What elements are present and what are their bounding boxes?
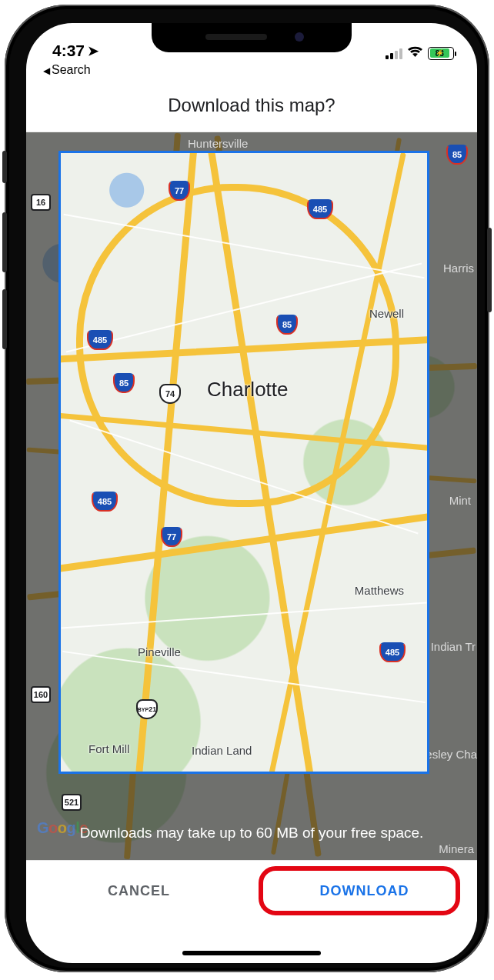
- wifi-icon: [407, 46, 423, 60]
- route-160-shield: 160: [31, 686, 51, 703]
- byp-21-shield: BYP21: [136, 699, 158, 719]
- map-label-mint: Mint: [449, 494, 471, 507]
- map-label-huntersville: Huntersville: [188, 137, 248, 150]
- phone-frame: 4:37 ➤ 88 ⚡ ◀Search: [5, 5, 489, 972]
- map-label-pineville: Pineville: [138, 645, 181, 658]
- map-viewport[interactable]: Huntersville Harris Mint Indian Tr Wesle…: [26, 132, 477, 860]
- download-size-hint: Downloads may take up to 60 MB of your f…: [26, 823, 477, 843]
- interstate-485-shield-w: 485: [87, 330, 113, 350]
- map-label-matthews: Matthews: [355, 584, 404, 597]
- interstate-485-shield-n: 485: [307, 199, 333, 219]
- screen: 4:37 ➤ 88 ⚡ ◀Search: [26, 23, 477, 963]
- interstate-485-shield-sw: 485: [92, 492, 118, 512]
- cancel-button[interactable]: CANCEL: [26, 861, 252, 922]
- interstate-77-shield: 77: [169, 181, 190, 201]
- volume-up-button: [2, 212, 7, 272]
- map-label-charlotte: Charlotte: [207, 378, 289, 402]
- selection-box[interactable]: Charlotte Newell Matthews Pineville Indi…: [58, 151, 429, 774]
- route-16-shield: 16: [31, 194, 51, 211]
- notch: [152, 23, 352, 52]
- dialog-actions: CANCEL DOWNLOAD: [26, 860, 477, 922]
- map-label-harris: Harris: [443, 262, 474, 275]
- dialog-title: Download this map?: [168, 95, 335, 116]
- volume-down-button: [2, 289, 7, 349]
- interstate-85-shield-a: 85: [276, 315, 298, 335]
- status-time: 4:37: [52, 42, 85, 60]
- back-chevron-icon: ◀: [43, 65, 50, 76]
- interstate-85-shield-b: 85: [113, 373, 135, 393]
- map-label-newell: Newell: [369, 307, 404, 320]
- map-label-indian-trail: Indian Tr: [431, 640, 476, 653]
- map-label-indian-land: Indian Land: [192, 744, 252, 757]
- map-label-mineral: Minera: [439, 842, 474, 855]
- interstate-77-shield-s: 77: [161, 527, 182, 547]
- cell-signal-icon: [386, 48, 402, 59]
- breadcrumb-back[interactable]: ◀Search: [26, 60, 477, 78]
- route-521-shield: 521: [62, 794, 82, 811]
- back-label: Search: [52, 63, 91, 76]
- mute-switch: [2, 151, 7, 183]
- battery-icon: 88 ⚡: [428, 47, 454, 60]
- dialog-header: Download this map?: [26, 78, 477, 132]
- location-icon: ➤: [88, 43, 98, 59]
- interstate-85-shield-outside: 85: [446, 145, 468, 165]
- download-button[interactable]: DOWNLOAD: [252, 861, 477, 922]
- power-button: [487, 228, 492, 312]
- home-indicator[interactable]: [182, 951, 321, 955]
- map-label-fort-mill: Fort Mill: [88, 742, 129, 755]
- interstate-485-shield-se: 485: [379, 642, 406, 662]
